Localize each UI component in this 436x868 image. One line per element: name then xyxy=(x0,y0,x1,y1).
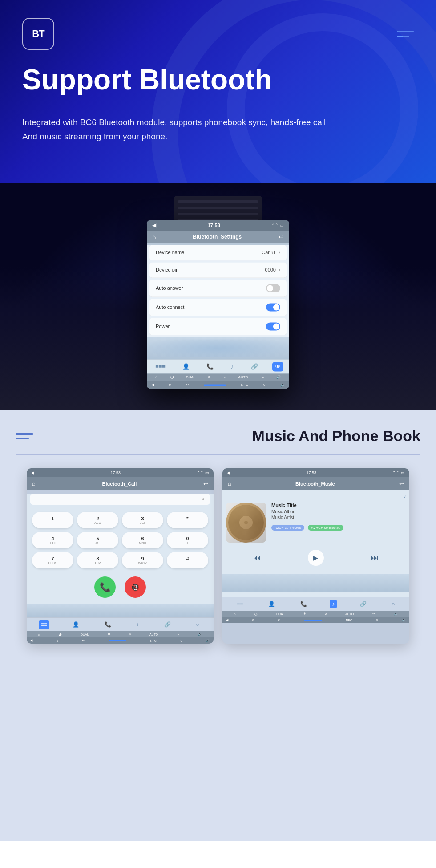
music-vol[interactable]: 🔈 xyxy=(394,612,398,616)
call-button[interactable]: 📞 xyxy=(94,576,116,598)
music-header: Music And Phone Book xyxy=(16,427,420,445)
phone-power-btn[interactable]: ⏻ xyxy=(59,633,62,636)
menu-btn[interactable]: ↩ xyxy=(186,383,189,387)
dial-7[interactable]: 7PQRS xyxy=(32,552,73,568)
phone-status-time: 17:53 xyxy=(110,471,121,475)
music-home-icon[interactable]: ⌂ xyxy=(228,480,231,487)
power-toggle[interactable] xyxy=(266,322,280,330)
phone-tab-eye[interactable]: ○ xyxy=(194,620,201,629)
auto-answer-label: Auto answer xyxy=(156,285,183,291)
phone-vol[interactable]: 🔈 xyxy=(198,633,202,636)
clear-icon[interactable]: ✕ xyxy=(201,497,205,502)
chevron-right-icon-2: › xyxy=(279,267,280,273)
device-pin-row[interactable]: Device pin 0000 › xyxy=(149,262,287,278)
dial-5[interactable]: 5JKL xyxy=(77,532,118,548)
phone-ctrl-back[interactable]: ◀ xyxy=(30,639,32,642)
music-progress xyxy=(304,620,322,621)
subtitle: Integrated with BC6 Bluetooth module, su… xyxy=(22,115,414,144)
back-icon[interactable]: ↩ xyxy=(279,233,284,240)
device-name-row[interactable]: Device name CarBT › xyxy=(149,245,287,260)
music-back-icon[interactable]: ↩ xyxy=(399,480,404,487)
dial-hash[interactable]: # xyxy=(167,552,208,568)
dial-8[interactable]: 8TUV xyxy=(77,552,118,568)
tab-link-icon[interactable]: 🔗 xyxy=(248,362,261,371)
bt-settings-screen: ◀ 17:53 ⌃⌃ ▭ ⌂ Bluetooth_Settings ↩ Devi… xyxy=(147,220,289,389)
dial-3[interactable]: 3DEF xyxy=(122,512,163,528)
toggle-knob-2 xyxy=(273,304,279,310)
music-ctrl-menu[interactable]: ↩ xyxy=(278,618,280,622)
auto-connect-toggle[interactable] xyxy=(266,303,280,311)
music-navbar: ⌂ Bluetooth_Music ↩ xyxy=(222,477,409,490)
auto-connect-row[interactable]: Auto connect xyxy=(149,299,287,316)
phone-tab-music[interactable]: ♪ xyxy=(134,620,141,629)
back-btn[interactable]: ◀ xyxy=(151,383,154,387)
dial-9[interactable]: 9WXYZ xyxy=(122,552,163,568)
music-tab-menu[interactable]: ≡≡ xyxy=(234,600,245,608)
dial-1[interactable]: 1— xyxy=(32,512,73,528)
artist-thumbnail xyxy=(226,503,266,543)
menu-line-1 xyxy=(397,31,414,32)
phone-ctrl-menu[interactable]: ↩ xyxy=(82,639,85,642)
airflow-icon[interactable]: ↝ xyxy=(261,375,264,379)
volume-icon[interactable]: 🔊 xyxy=(276,375,281,379)
screen-wave xyxy=(147,337,289,359)
phone-status-icons: ⌃⌃ ▭ xyxy=(197,471,209,475)
phone-tab-menu[interactable]: ≡≡ xyxy=(39,620,49,629)
next-button[interactable]: ⏭ xyxy=(371,553,379,563)
dial-search-bar[interactable]: ✕ xyxy=(30,494,210,505)
music-back-arrow: ◀ xyxy=(227,471,230,475)
music-controls-bar: ◀ 0 ↩ NFC 0 🔉 xyxy=(222,617,409,623)
menu-button[interactable] xyxy=(397,31,414,37)
device-pin-right: 0000 › xyxy=(265,267,280,273)
home-icon[interactable]: ⌂ xyxy=(152,233,156,240)
music-menu-button[interactable] xyxy=(16,433,33,439)
power-btn[interactable]: ⏻ xyxy=(170,375,174,379)
header-section: BT Support Bluetooth Integrated with BC6… xyxy=(0,0,436,183)
play-button[interactable]: ▶ xyxy=(308,550,324,566)
phone-tab-person[interactable]: 👤 xyxy=(70,620,81,629)
auto-answer-toggle[interactable] xyxy=(266,284,280,292)
fan-icon[interactable]: ⌀ xyxy=(224,375,226,379)
phone-ctrl-vol[interactable]: 🔉 xyxy=(206,639,210,642)
music-content: ♪ Music Title Music Album xyxy=(222,490,409,597)
phone-flow: ↝ xyxy=(177,633,179,636)
dial-2[interactable]: 2ABC xyxy=(77,512,118,528)
tab-phone-icon[interactable]: 📞 xyxy=(204,362,216,371)
music-note-icon: ♪ xyxy=(222,490,409,501)
music-tab-music[interactable]: ♪ xyxy=(330,600,337,608)
auto-answer-row[interactable]: Auto answer xyxy=(149,280,287,297)
tab-person-icon[interactable]: 👤 xyxy=(180,362,192,371)
dial-star[interactable]: * xyxy=(167,512,208,528)
music-fan: ⌀ xyxy=(325,612,327,616)
tab-eye-icon[interactable]: 👁 xyxy=(272,362,283,371)
tab-menu-icon[interactable]: ≡≡≡ xyxy=(153,362,168,371)
dial-4[interactable]: 4GHI xyxy=(32,532,73,548)
music-power-btn[interactable]: ⏻ xyxy=(254,612,258,616)
music-home-btn[interactable]: ⌂ xyxy=(234,612,236,616)
a2dp-badge: A2DP connected xyxy=(271,525,304,531)
dial-6[interactable]: 6MNO xyxy=(122,532,163,548)
end-call-button[interactable]: 📵 xyxy=(125,576,146,598)
music-ctrl-vol[interactable]: 🔉 xyxy=(402,618,406,622)
phone-tab-phone[interactable]: 📞 xyxy=(102,620,113,629)
music-tab-person[interactable]: 👤 xyxy=(266,600,277,608)
phone-home-btn[interactable]: ⌂ xyxy=(38,633,40,636)
power-row[interactable]: Power xyxy=(149,318,287,335)
tab-music-icon[interactable]: ♪ xyxy=(228,362,237,371)
home-btn[interactable]: ⌂ xyxy=(155,375,157,379)
phone-home-icon[interactable]: ⌂ xyxy=(32,480,36,487)
phone-flake: ❄ xyxy=(108,633,110,636)
music-ctrl-back[interactable]: ◀ xyxy=(226,618,228,622)
music-tab-phone[interactable]: 📞 xyxy=(298,600,309,608)
phone-statusbar: ◀ 17:53 ⌃⌃ ▭ xyxy=(27,468,214,477)
volume-btn[interactable]: 🔈 xyxy=(280,383,285,387)
dial-0[interactable]: 0+ xyxy=(167,532,208,548)
track-title: Music Title xyxy=(271,503,406,508)
music-tab-link[interactable]: 🔗 xyxy=(358,600,369,608)
music-tab-eye[interactable]: ○ xyxy=(389,600,397,608)
phone-tab-link[interactable]: 🔗 xyxy=(162,620,173,629)
snowflake-icon[interactable]: ❄ xyxy=(208,375,211,379)
phone-back-icon[interactable]: ↩ xyxy=(203,480,208,487)
screen-statusbar: ◀ 17:53 ⌃⌃ ▭ xyxy=(147,220,289,231)
prev-button[interactable]: ⏮ xyxy=(253,553,261,563)
